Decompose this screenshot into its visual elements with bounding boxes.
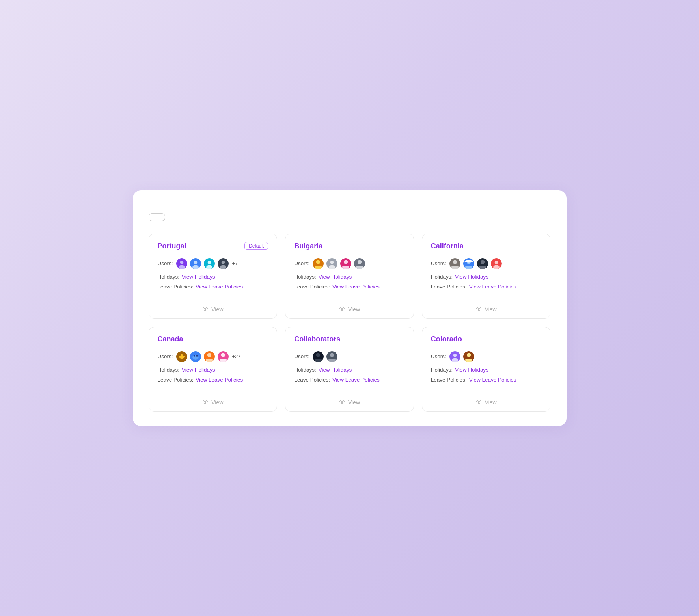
view-label: View	[211, 399, 223, 406]
svg-point-35	[494, 261, 498, 264]
view-holidays-link[interactable]: View Holidays	[182, 274, 215, 280]
leave-label: Leave Policies:	[294, 284, 330, 290]
view-footer[interactable]: 👁 View	[294, 393, 405, 411]
users-label: Users:	[158, 261, 173, 266]
location-name: Colorado	[431, 335, 462, 343]
holidays-label: Holidays:	[431, 274, 453, 280]
svg-rect-64	[465, 359, 472, 362]
users-label: Users:	[431, 354, 446, 359]
view-footer[interactable]: 👁 View	[431, 393, 542, 411]
view-leave-policies-link[interactable]: View Leave Policies	[469, 377, 516, 383]
view-label: View	[348, 306, 360, 313]
svg-point-8	[206, 265, 212, 269]
view-footer[interactable]: 👁 View	[431, 300, 542, 318]
users-row: Users:	[294, 350, 405, 363]
eye-icon: 👁	[339, 306, 345, 313]
view-label: View	[485, 306, 497, 313]
avatars-list	[449, 257, 503, 270]
svg-point-60	[453, 354, 457, 357]
view-leave-policies-link[interactable]: View Leave Policies	[332, 377, 380, 383]
svg-point-11	[220, 265, 226, 269]
svg-point-54	[316, 353, 321, 357]
eye-icon: 👁	[339, 399, 345, 406]
user-avatar	[203, 350, 216, 363]
svg-point-5	[192, 265, 199, 269]
users-label: Users:	[294, 261, 309, 266]
view-label: View	[211, 306, 223, 313]
svg-rect-20	[342, 266, 349, 269]
svg-point-19	[344, 260, 348, 264]
leave-label: Leave Policies:	[158, 284, 194, 290]
user-avatar	[449, 257, 461, 270]
view-holidays-link[interactable]: View Holidays	[319, 367, 352, 373]
holidays-label: Holidays:	[431, 367, 453, 373]
location-name: Collaborators	[294, 335, 340, 343]
holidays-row: Holidays: View Holidays	[158, 274, 268, 280]
svg-point-63	[467, 353, 471, 357]
view-holidays-link[interactable]: View Holidays	[319, 274, 352, 280]
users-label: Users:	[158, 354, 173, 359]
default-badge: Default	[244, 242, 268, 250]
card-header: Bulgaria	[294, 242, 405, 250]
svg-point-10	[221, 261, 225, 264]
svg-point-25	[453, 260, 457, 264]
eye-icon: 👁	[202, 399, 209, 406]
user-avatar	[326, 350, 338, 363]
svg-point-57	[330, 353, 334, 357]
view-holidays-link[interactable]: View Holidays	[455, 367, 488, 373]
view-leave-policies-link[interactable]: View Leave Policies	[469, 284, 516, 290]
avatar-count: +7	[232, 261, 238, 266]
view-leave-policies-link[interactable]: View Leave Policies	[196, 377, 243, 383]
holidays-label: Holidays:	[294, 274, 316, 280]
card-header: Canada	[158, 335, 268, 343]
user-avatar	[462, 257, 475, 270]
svg-rect-52	[220, 359, 227, 362]
location-name: Bulgaria	[294, 242, 322, 250]
avatars-list	[312, 350, 338, 363]
leave-label: Leave Policies:	[158, 377, 194, 383]
leave-row: Leave Policies: View Leave Policies	[431, 284, 542, 290]
svg-rect-23	[356, 266, 363, 269]
create-location-button[interactable]	[149, 213, 165, 221]
leave-row: Leave Policies: View Leave Policies	[294, 284, 405, 290]
location-card-canada: Canada Users: +27 Holidays: View Holiday…	[149, 327, 278, 412]
view-holidays-link[interactable]: View Holidays	[182, 367, 215, 373]
user-avatar	[189, 350, 202, 363]
svg-point-1	[180, 261, 183, 264]
view-footer[interactable]: 👁 View	[294, 300, 405, 318]
view-leave-policies-link[interactable]: View Leave Policies	[332, 284, 380, 290]
user-avatar	[476, 257, 489, 270]
holidays-row: Holidays: View Holidays	[158, 367, 268, 373]
leave-label: Leave Policies:	[431, 284, 467, 290]
users-row: Users:	[431, 257, 542, 270]
users-label: Users:	[431, 261, 446, 266]
user-avatar	[339, 257, 352, 270]
view-label: View	[485, 399, 497, 406]
user-avatar	[449, 350, 461, 363]
card-header: Colorado	[431, 335, 542, 343]
users-row: Users: +7	[158, 257, 268, 270]
card-header: California	[431, 242, 542, 250]
users-label: Users:	[294, 354, 309, 359]
svg-point-48	[207, 353, 211, 357]
card-header: Collaborators	[294, 335, 405, 343]
view-leave-policies-link[interactable]: View Leave Policies	[196, 284, 243, 290]
holidays-row: Holidays: View Holidays	[431, 367, 542, 373]
location-card-bulgaria: Bulgaria Users: Holidays: View Holidays …	[285, 234, 414, 319]
location-name: Canada	[158, 335, 183, 343]
eye-icon: 👁	[202, 306, 209, 313]
svg-point-4	[194, 261, 197, 264]
avatars-list: +27	[175, 350, 241, 363]
locations-grid: Portugal Default Users: +7 Holidays: Vie…	[149, 234, 551, 412]
svg-point-32	[481, 260, 485, 264]
card-header: Portugal Default	[158, 242, 268, 250]
svg-rect-26	[451, 266, 459, 269]
users-row: Users: +27	[158, 350, 268, 363]
user-avatar	[203, 257, 216, 270]
view-holidays-link[interactable]: View Holidays	[455, 274, 488, 280]
holidays-row: Holidays: View Holidays	[294, 274, 405, 280]
user-avatar	[462, 350, 475, 363]
view-footer[interactable]: 👁 View	[158, 393, 268, 411]
view-footer[interactable]: 👁 View	[158, 300, 268, 318]
svg-point-40	[182, 352, 185, 356]
